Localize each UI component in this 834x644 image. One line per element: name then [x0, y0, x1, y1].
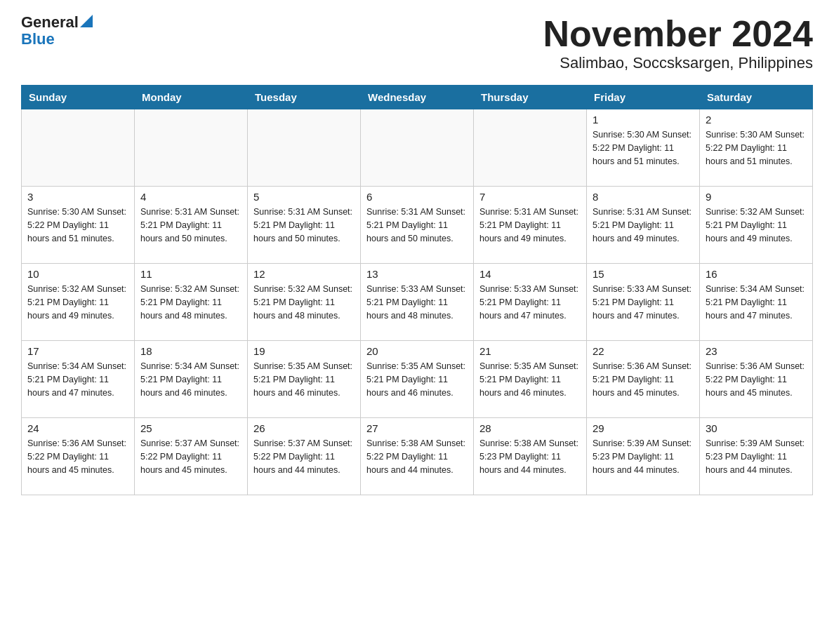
day-info: Sunrise: 5:36 AM Sunset: 5:21 PM Dayligh…	[593, 360, 694, 399]
day-number: 25	[140, 422, 241, 434]
calendar-cell: 21Sunrise: 5:35 AM Sunset: 5:21 PM Dayli…	[474, 341, 587, 418]
day-number: 2	[706, 114, 807, 126]
day-number: 7	[479, 191, 581, 203]
calendar-cell	[474, 109, 587, 187]
week-row-4: 17Sunrise: 5:34 AM Sunset: 5:21 PM Dayli…	[22, 341, 813, 418]
calendar-cell: 20Sunrise: 5:35 AM Sunset: 5:21 PM Dayli…	[361, 341, 474, 418]
day-info: Sunrise: 5:31 AM Sunset: 5:21 PM Dayligh…	[479, 206, 581, 245]
calendar-cell: 3Sunrise: 5:30 AM Sunset: 5:22 PM Daylig…	[22, 187, 135, 264]
calendar-cell: 7Sunrise: 5:31 AM Sunset: 5:21 PM Daylig…	[474, 187, 587, 264]
header-wednesday: Wednesday	[361, 86, 474, 109]
day-number: 11	[140, 268, 241, 280]
calendar-cell: 16Sunrise: 5:34 AM Sunset: 5:21 PM Dayli…	[700, 264, 813, 341]
calendar-cell	[361, 109, 474, 187]
day-info: Sunrise: 5:31 AM Sunset: 5:21 PM Dayligh…	[593, 206, 694, 245]
day-info: Sunrise: 5:31 AM Sunset: 5:21 PM Dayligh…	[366, 206, 468, 245]
logo-blue-text: Blue	[21, 31, 95, 48]
day-number: 26	[253, 422, 355, 434]
calendar-table: SundayMondayTuesdayWednesdayThursdayFrid…	[21, 85, 813, 495]
week-row-5: 24Sunrise: 5:36 AM Sunset: 5:22 PM Dayli…	[22, 418, 813, 495]
page-header: General Blue November 2024 Salimbao, Soc…	[21, 14, 813, 72]
day-info: Sunrise: 5:36 AM Sunset: 5:22 PM Dayligh…	[27, 437, 128, 476]
calendar-cell	[135, 109, 248, 187]
calendar-cell: 25Sunrise: 5:37 AM Sunset: 5:22 PM Dayli…	[135, 418, 248, 495]
calendar-cell: 10Sunrise: 5:32 AM Sunset: 5:21 PM Dayli…	[22, 264, 135, 341]
day-info: Sunrise: 5:33 AM Sunset: 5:21 PM Dayligh…	[593, 283, 694, 322]
calendar-cell: 23Sunrise: 5:36 AM Sunset: 5:22 PM Dayli…	[700, 341, 813, 418]
day-info: Sunrise: 5:30 AM Sunset: 5:22 PM Dayligh…	[27, 206, 128, 245]
day-info: Sunrise: 5:32 AM Sunset: 5:21 PM Dayligh…	[253, 283, 355, 322]
day-number: 14	[479, 268, 581, 280]
day-number: 21	[479, 345, 581, 357]
day-number: 29	[593, 422, 694, 434]
day-info: Sunrise: 5:32 AM Sunset: 5:21 PM Dayligh…	[706, 206, 807, 245]
header-tuesday: Tuesday	[248, 86, 361, 109]
day-info: Sunrise: 5:34 AM Sunset: 5:21 PM Dayligh…	[27, 360, 128, 399]
calendar-cell: 18Sunrise: 5:34 AM Sunset: 5:21 PM Dayli…	[135, 341, 248, 418]
day-number: 6	[366, 191, 468, 203]
day-info: Sunrise: 5:34 AM Sunset: 5:21 PM Dayligh…	[140, 360, 241, 399]
day-number: 18	[140, 345, 241, 357]
calendar-cell: 17Sunrise: 5:34 AM Sunset: 5:21 PM Dayli…	[22, 341, 135, 418]
day-info: Sunrise: 5:31 AM Sunset: 5:21 PM Dayligh…	[140, 206, 241, 245]
calendar-cell: 13Sunrise: 5:33 AM Sunset: 5:21 PM Dayli…	[361, 264, 474, 341]
day-number: 16	[706, 268, 807, 280]
calendar-cell: 22Sunrise: 5:36 AM Sunset: 5:21 PM Dayli…	[587, 341, 700, 418]
header-monday: Monday	[135, 86, 248, 109]
day-info: Sunrise: 5:30 AM Sunset: 5:22 PM Dayligh…	[706, 128, 807, 168]
day-number: 13	[366, 268, 468, 280]
day-number: 3	[27, 191, 128, 203]
calendar-cell	[22, 109, 135, 187]
day-number: 27	[366, 422, 468, 434]
day-info: Sunrise: 5:33 AM Sunset: 5:21 PM Dayligh…	[479, 283, 581, 322]
day-info: Sunrise: 5:32 AM Sunset: 5:21 PM Dayligh…	[140, 283, 241, 322]
calendar-header-row: SundayMondayTuesdayWednesdayThursdayFrid…	[22, 86, 813, 109]
day-info: Sunrise: 5:31 AM Sunset: 5:21 PM Dayligh…	[253, 206, 355, 245]
day-number: 19	[253, 345, 355, 357]
week-row-2: 3Sunrise: 5:30 AM Sunset: 5:22 PM Daylig…	[22, 187, 813, 264]
calendar-cell: 15Sunrise: 5:33 AM Sunset: 5:21 PM Dayli…	[587, 264, 700, 341]
calendar-cell: 8Sunrise: 5:31 AM Sunset: 5:21 PM Daylig…	[587, 187, 700, 264]
logo-general-text: General	[21, 14, 79, 31]
week-row-1: 1Sunrise: 5:30 AM Sunset: 5:22 PM Daylig…	[22, 109, 813, 187]
calendar-cell: 14Sunrise: 5:33 AM Sunset: 5:21 PM Dayli…	[474, 264, 587, 341]
calendar-cell: 4Sunrise: 5:31 AM Sunset: 5:21 PM Daylig…	[135, 187, 248, 264]
logo-triangle-icon	[80, 15, 95, 29]
calendar-cell: 1Sunrise: 5:30 AM Sunset: 5:22 PM Daylig…	[587, 109, 700, 187]
calendar-cell: 27Sunrise: 5:38 AM Sunset: 5:22 PM Dayli…	[361, 418, 474, 495]
day-info: Sunrise: 5:34 AM Sunset: 5:21 PM Dayligh…	[706, 283, 807, 322]
day-info: Sunrise: 5:38 AM Sunset: 5:22 PM Dayligh…	[366, 437, 468, 476]
title-block: November 2024 Salimbao, Soccsksargen, Ph…	[543, 14, 813, 72]
header-friday: Friday	[587, 86, 700, 109]
calendar-cell: 9Sunrise: 5:32 AM Sunset: 5:21 PM Daylig…	[700, 187, 813, 264]
day-info: Sunrise: 5:38 AM Sunset: 5:23 PM Dayligh…	[479, 437, 581, 476]
day-info: Sunrise: 5:35 AM Sunset: 5:21 PM Dayligh…	[253, 360, 355, 399]
calendar-cell: 19Sunrise: 5:35 AM Sunset: 5:21 PM Dayli…	[248, 341, 361, 418]
day-number: 15	[593, 268, 694, 280]
header-thursday: Thursday	[474, 86, 587, 109]
day-number: 12	[253, 268, 355, 280]
page-subtitle: Salimbao, Soccsksargen, Philippines	[543, 54, 813, 72]
calendar-cell: 12Sunrise: 5:32 AM Sunset: 5:21 PM Dayli…	[248, 264, 361, 341]
calendar-cell: 29Sunrise: 5:39 AM Sunset: 5:23 PM Dayli…	[587, 418, 700, 495]
calendar-cell: 24Sunrise: 5:36 AM Sunset: 5:22 PM Dayli…	[22, 418, 135, 495]
calendar-cell: 2Sunrise: 5:30 AM Sunset: 5:22 PM Daylig…	[700, 109, 813, 187]
day-number: 1	[593, 114, 694, 126]
day-number: 5	[253, 191, 355, 203]
day-number: 9	[706, 191, 807, 203]
day-info: Sunrise: 5:32 AM Sunset: 5:21 PM Dayligh…	[27, 283, 128, 322]
day-number: 23	[706, 345, 807, 357]
day-number: 10	[27, 268, 128, 280]
day-info: Sunrise: 5:39 AM Sunset: 5:23 PM Dayligh…	[593, 437, 694, 476]
day-info: Sunrise: 5:33 AM Sunset: 5:21 PM Dayligh…	[366, 283, 468, 322]
day-info: Sunrise: 5:35 AM Sunset: 5:21 PM Dayligh…	[366, 360, 468, 399]
day-info: Sunrise: 5:39 AM Sunset: 5:23 PM Dayligh…	[706, 437, 807, 476]
day-info: Sunrise: 5:30 AM Sunset: 5:22 PM Dayligh…	[593, 128, 694, 168]
day-info: Sunrise: 5:36 AM Sunset: 5:22 PM Dayligh…	[706, 360, 807, 399]
day-number: 28	[479, 422, 581, 434]
day-number: 22	[593, 345, 694, 357]
page-title: November 2024	[543, 14, 813, 54]
day-number: 17	[27, 345, 128, 357]
day-info: Sunrise: 5:37 AM Sunset: 5:22 PM Dayligh…	[253, 437, 355, 476]
week-row-3: 10Sunrise: 5:32 AM Sunset: 5:21 PM Dayli…	[22, 264, 813, 341]
